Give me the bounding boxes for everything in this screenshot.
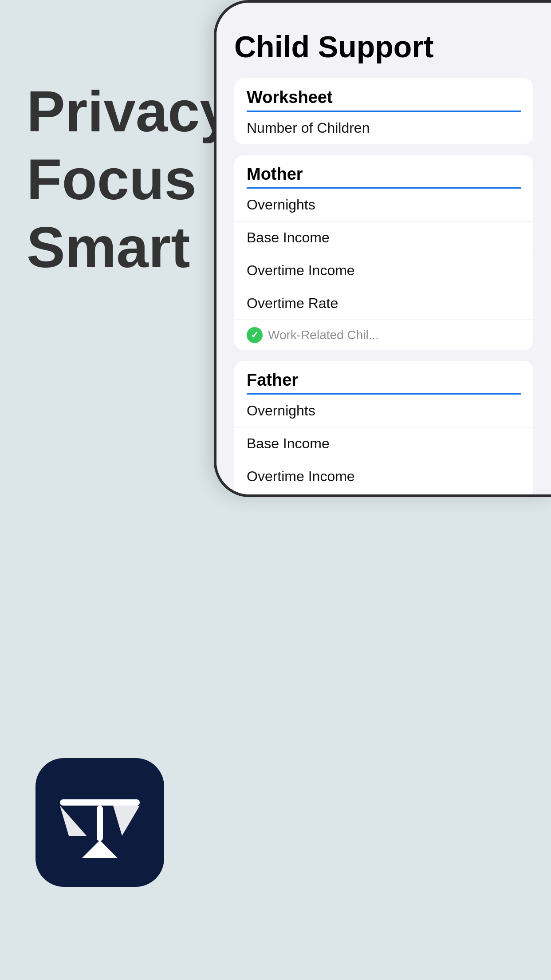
svg-rect-0 <box>60 799 140 806</box>
promo-word-focus: Focus <box>27 148 191 211</box>
svg-marker-2 <box>82 840 118 858</box>
worksheet-header: Worksheet <box>234 78 533 112</box>
screen-content: Child Support Worksheet Number of Childr… <box>216 3 551 494</box>
mother-footer-text: Work-Related Chil... <box>268 328 379 342</box>
mother-overtime-rate-label: Overtime Rate <box>247 295 338 311</box>
app-icon[interactable] <box>35 758 164 887</box>
mother-footer[interactable]: Work-Related Chil... <box>234 320 533 350</box>
promo-word-smart: Smart <box>27 216 191 279</box>
num-children-row[interactable]: Number of Children <box>234 112 533 144</box>
father-card: Father Overnights Base Income Overtime I… <box>234 361 533 494</box>
promo-word-privacy: Privacy <box>27 80 191 143</box>
mother-overtime-income-label: Overtime Income <box>247 262 355 278</box>
num-children-label: Number of Children <box>247 120 370 136</box>
father-overtime-rate-row[interactable]: Overtime Rate <box>234 493 533 494</box>
father-overtime-income-label: Overtime Income <box>247 468 355 484</box>
father-label: Father <box>247 371 521 395</box>
mother-check-icon <box>247 327 263 343</box>
mother-header: Mother <box>234 155 533 189</box>
svg-rect-1 <box>97 806 103 841</box>
father-overtime-income-row[interactable]: Overtime Income <box>234 460 533 493</box>
page-title: Child Support <box>234 29 533 64</box>
worksheet-card: Worksheet Number of Children <box>234 78 533 144</box>
mother-overtime-rate-row[interactable]: Overtime Rate <box>234 287 533 320</box>
worksheet-label: Worksheet <box>247 88 521 112</box>
mother-base-income-row[interactable]: Base Income <box>234 221 533 254</box>
mother-label: Mother <box>247 165 521 189</box>
phone-screen: Child Support Worksheet Number of Childr… <box>216 3 551 494</box>
father-header: Father <box>234 361 533 395</box>
father-overnights-label: Overnights <box>247 403 315 419</box>
mother-overnights-label: Overnights <box>247 197 315 213</box>
mother-overnights-row[interactable]: Overnights <box>234 189 533 221</box>
mother-base-income-label: Base Income <box>247 229 330 245</box>
mother-overtime-income-row[interactable]: Overtime Income <box>234 254 533 287</box>
father-base-income-row[interactable]: Base Income <box>234 427 533 460</box>
phone-mockup: Child Support Worksheet Number of Childr… <box>214 0 551 497</box>
father-base-income-label: Base Income <box>247 435 330 451</box>
father-overnights-row[interactable]: Overnights <box>234 395 533 427</box>
mother-card: Mother Overnights Base Income Overtime I… <box>234 155 533 350</box>
